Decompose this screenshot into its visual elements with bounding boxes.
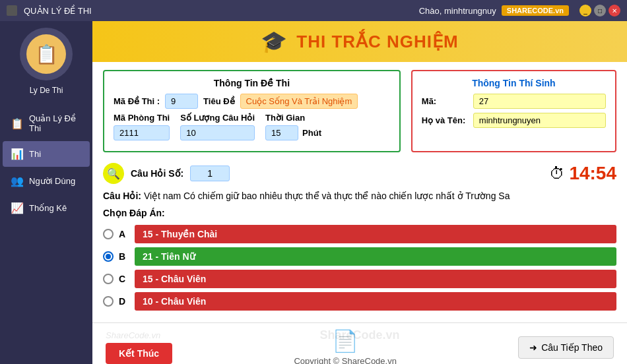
- radio-a[interactable]: [103, 229, 114, 239]
- letter-b: B: [119, 251, 129, 262]
- ma-de-thi-value: 9: [165, 94, 198, 109]
- sidebar-item-thi[interactable]: 📊 Thi: [3, 141, 90, 167]
- quiz-section: 🔍 Câu Hỏi Số: 1 ⏱ 14:54 Câu Hỏi: Việt na…: [92, 158, 627, 322]
- student-info-box: Thông Tin Thí Sinh Mã: 27 Họ và Tên: min…: [411, 70, 616, 152]
- timer-value: 14:54: [569, 163, 616, 184]
- letter-d: D: [119, 296, 129, 307]
- student-ma-value: 27: [473, 94, 606, 109]
- answer-row-c[interactable]: C 15 - Châu Viên: [103, 270, 616, 288]
- tieu-de-value: Cuộc Sống Và Trải Nghiệm: [240, 94, 358, 109]
- thoi-gian-value: 15: [265, 125, 298, 140]
- answer-section: Chọn Đáp Án: A 15 - Thuyền Chài B 21 - T…: [103, 208, 616, 311]
- btn-next-label: Câu Tiếp Theo: [541, 342, 603, 353]
- sidebar-label-quan-ly: Quản Lý Đề Thi: [29, 113, 82, 133]
- cau-hoi-label: Câu Hỏi:: [103, 191, 141, 201]
- app-title: QUẢN LÝ ĐỀ THI: [24, 6, 92, 16]
- student-ma-row: Mã: 27: [422, 94, 606, 109]
- document-icon: 📄: [332, 328, 358, 353]
- radio-d[interactable]: [103, 296, 114, 307]
- main-layout: 📋 Ly De Thi 📋 Quản Lý Đề Thi 📊 Thi 👥 Ngư…: [0, 21, 627, 364]
- title-bar-right: Chào, minhtrungnuy SHARECODE.vn _ □ ✕: [419, 5, 620, 16]
- answer-bar-a[interactable]: 15 - Thuyền Chài: [135, 225, 616, 243]
- letter-c: C: [119, 274, 129, 284]
- watermark-left: ShareCode.vn: [106, 330, 160, 340]
- student-info-title: Thông Tin Thí Sinh: [422, 78, 606, 88]
- student-ten-label: Họ và Tên:: [422, 115, 468, 125]
- ma-de-thi-label: Mã Đề Thi :: [114, 96, 160, 106]
- answer-row-b[interactable]: B 21 - Tiên Nữ: [103, 247, 616, 266]
- thoi-gian-label: Thời Gian: [265, 113, 321, 123]
- radio-b-inner: [106, 254, 111, 259]
- student-ma-label: Mã:: [422, 96, 468, 106]
- window-controls: _ □ ✕: [579, 5, 620, 16]
- title-bar: QUẢN LÝ ĐỀ THI Chào, minhtrungnuy SHAREC…: [0, 0, 627, 21]
- phut-label: Phút: [302, 128, 321, 138]
- header-graduation-icon: 🎓: [261, 29, 287, 54]
- question-content: Việt nam Có chiếm giữ bao nhiêu thực thể…: [144, 191, 510, 201]
- cau-tiep-theo-button[interactable]: ➜ Câu Tiếp Theo: [518, 336, 614, 359]
- ma-phong-thi-value: 2111: [114, 125, 170, 140]
- sidebar-nav: 📋 Quản Lý Đề Thi 📊 Thi 👥 Người Dùng 📈 Th…: [0, 106, 92, 222]
- tieu-de-label: Tiêu Đề: [203, 96, 235, 106]
- arrow-icon: ➜: [529, 342, 537, 353]
- search-icon: 🔍: [107, 167, 120, 180]
- student-name-row: Họ và Tên: minhtrungnuyen: [422, 113, 606, 128]
- answer-bar-c[interactable]: 15 - Châu Viên: [135, 270, 616, 288]
- sidebar-icon-thong-ke: 📈: [11, 202, 24, 214]
- title-bar-left: QUẢN LÝ ĐỀ THI: [7, 5, 92, 16]
- exam-ma-row: Mã Đề Thi : 9 Tiêu Đề Cuộc Sống Và Trải …: [114, 94, 390, 109]
- so-luong-label: Số Lượng Câu Hỏi: [180, 113, 255, 123]
- sidebar-username: Ly De Thi: [30, 86, 63, 95]
- info-row: Thông Tin Đề Thi Mã Đề Thi : 9 Tiêu Đề C…: [92, 62, 627, 158]
- chon-dap-an-label: Chọn Đáp Án:: [103, 208, 616, 218]
- sidebar-item-thong-ke[interactable]: 📈 Thống Kê: [3, 195, 90, 221]
- close-button[interactable]: ✕: [609, 5, 620, 16]
- cau-hoi-so-value: 1: [190, 166, 230, 181]
- ma-phong-thi-label: Mã Phòng Thi: [114, 113, 170, 123]
- header-banner: 🎓 THI TRẮC NGHIỆM: [92, 21, 627, 62]
- radio-b[interactable]: [103, 251, 114, 262]
- sidebar-label-thi: Thi: [29, 149, 41, 159]
- exam-phong-row: Mã Phòng Thi 2111 Số Lượng Câu Hỏi 10 Th…: [114, 113, 390, 140]
- sidebar-icon-thi: 📊: [11, 148, 24, 160]
- avatar: 📋: [26, 34, 66, 74]
- exam-info-box: Thông Tin Đề Thi Mã Đề Thi : 9 Tiêu Đề C…: [103, 70, 401, 152]
- sharecode-logo: SHARECODE.vn: [502, 5, 569, 16]
- footer: ShareCode.vn Kết Thúc ShareCode.vn 📄 Cop…: [92, 322, 627, 364]
- clock-icon: ⏱: [549, 164, 565, 183]
- so-luong-value: 10: [180, 125, 255, 140]
- student-ten-value: minhtrungnuyen: [473, 113, 606, 128]
- minimize-button[interactable]: _: [579, 5, 591, 16]
- app-icon: [7, 5, 17, 16]
- sidebar-label-nguoi-dung: Người Dùng: [29, 176, 75, 186]
- radio-c[interactable]: [103, 274, 114, 284]
- search-icon-box: 🔍: [103, 163, 124, 184]
- avatar-container: 📋: [20, 28, 73, 80]
- sidebar-item-nguoi-dung[interactable]: 👥 Người Dùng: [3, 168, 90, 194]
- answer-bar-b[interactable]: 21 - Tiên Nữ: [135, 247, 616, 266]
- sidebar-icon-quan-ly: 📋: [11, 117, 24, 130]
- ket-thuc-button[interactable]: Kết Thúc: [106, 343, 172, 364]
- sidebar-item-quan-ly-de-thi[interactable]: 📋 Quản Lý Đề Thi: [3, 107, 90, 140]
- quiz-header: 🔍 Câu Hỏi Số: 1 ⏱ 14:54: [103, 163, 616, 184]
- sidebar: 📋 Ly De Thi 📋 Quản Lý Đề Thi 📊 Thi 👥 Ngư…: [0, 21, 92, 364]
- answer-bar-d[interactable]: 10 - Châu Viên: [135, 292, 616, 311]
- sidebar-label-thong-ke: Thống Kê: [29, 203, 67, 213]
- maximize-button[interactable]: □: [594, 5, 606, 16]
- letter-a: A: [119, 229, 129, 239]
- header-title: THI TRẮC NGHIỆM: [296, 32, 458, 52]
- copyright-text: Copyright © ShareCode.vn: [294, 356, 397, 364]
- timer-box: ⏱ 14:54: [549, 163, 616, 184]
- content-area: 🎓 THI TRẮC NGHIỆM Thông Tin Đề Thi Mã Đề…: [92, 21, 627, 364]
- sidebar-icon-nguoi-dung: 👥: [11, 175, 24, 187]
- answer-row-a[interactable]: A 15 - Thuyền Chài: [103, 225, 616, 243]
- cau-hoi-so-label: Câu Hỏi Số:: [131, 168, 183, 179]
- user-greeting: Chào, minhtrungnuy: [419, 6, 496, 16]
- answer-row-d[interactable]: D 10 - Châu Viên: [103, 292, 616, 311]
- exam-info-title: Thông Tin Đề Thi: [114, 78, 390, 88]
- question-text: Câu Hỏi: Việt nam Có chiếm giữ bao nhiêu…: [103, 191, 616, 201]
